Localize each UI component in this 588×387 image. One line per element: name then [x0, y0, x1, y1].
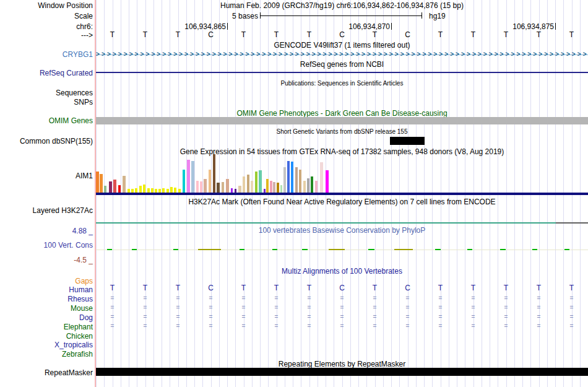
- base-letter: T: [555, 31, 588, 39]
- track-label-repeatmasker[interactable]: RepeatMasker: [45, 368, 93, 377]
- alignment-match-mark: =: [227, 304, 260, 311]
- gtex-expression-bar[interactable]: [295, 167, 298, 193]
- gtex-expression-bar[interactable]: [320, 162, 323, 193]
- gene-label-crybg1[interactable]: CRYBG1: [63, 50, 93, 59]
- gtex-expression-bar[interactable]: [209, 170, 211, 193]
- gtex-expression-bar[interactable]: [204, 179, 207, 193]
- phylop-positive-dash: [272, 249, 277, 250]
- alignment-match-mark: =: [96, 304, 129, 311]
- alignment-match-mark: =: [391, 295, 424, 302]
- gtex-expression-bar[interactable]: [287, 161, 290, 193]
- gtex-expression-bar[interactable]: [123, 176, 126, 193]
- gtex-expression-bar[interactable]: [303, 181, 306, 193]
- gtex-expression-bar[interactable]: [222, 182, 224, 193]
- track-label-chicken[interactable]: Chicken: [66, 332, 93, 341]
- gtex-expression-bar[interactable]: [280, 185, 282, 193]
- track-label-aim1[interactable]: AIM1: [76, 172, 93, 180]
- track-label-gaps[interactable]: Gaps: [75, 277, 93, 285]
- repeatmasker-item[interactable]: [96, 368, 588, 376]
- phylop-positive-dash: [240, 249, 244, 250]
- track-label-refseq-curated[interactable]: RefSeq Curated: [40, 69, 93, 77]
- omim-gene-item[interactable]: [96, 117, 588, 124]
- gtex-expression-bar[interactable]: [113, 180, 116, 193]
- gtex-expression-bar[interactable]: [187, 160, 190, 193]
- track-label-common-dbsnp[interactable]: Common dbSNP(155): [20, 137, 93, 146]
- phylop-positive-dash: [368, 249, 374, 250]
- gtex-expression-bar[interactable]: [151, 188, 153, 193]
- alignment-match-mark: =: [490, 295, 522, 302]
- position-label: 106,934,865: [159, 22, 226, 31]
- alignment-match-mark: =: [457, 304, 490, 311]
- gtex-expression-bar[interactable]: [135, 188, 137, 193]
- track-label-omim-genes[interactable]: OMIM Genes: [49, 116, 93, 125]
- gtex-expression-bar[interactable]: [147, 188, 150, 193]
- alignment-match-mark: =: [391, 313, 424, 321]
- dbsnp-variant-item[interactable]: [390, 137, 425, 145]
- base-letter: T: [522, 31, 555, 39]
- gtex-expression-bar[interactable]: [109, 181, 112, 193]
- gtex-expression-bar[interactable]: [283, 167, 286, 193]
- track-label-snps[interactable]: SNPs: [74, 98, 93, 107]
- gtex-expression-bar[interactable]: [139, 186, 142, 193]
- gtex-expression-bar[interactable]: [191, 161, 194, 193]
- gtex-expression-bar[interactable]: [251, 181, 253, 193]
- refseq-gene-item[interactable]: [96, 72, 588, 73]
- dbsnp-track-title: Short Genetic Variants from dbSNP releas…: [96, 128, 588, 135]
- gtex-expression-bar[interactable]: [243, 176, 245, 193]
- gtex-expression-bar[interactable]: [170, 187, 173, 193]
- gtex-expression-bar[interactable]: [100, 174, 103, 193]
- gtex-expression-bar[interactable]: [213, 154, 215, 193]
- track-label-100-vert-cons[interactable]: 100 Vert. Cons: [44, 241, 93, 250]
- track-label-zebrafish[interactable]: Zebrafish: [62, 350, 93, 359]
- multiz-base-letter: T: [227, 284, 260, 292]
- gtex-expression-bar[interactable]: [96, 172, 99, 193]
- track-label-mouse[interactable]: Mouse: [71, 304, 93, 313]
- gtex-expression-bar[interactable]: [311, 176, 313, 193]
- gtex-expression-bar[interactable]: [273, 182, 275, 193]
- gene-strand-chevrons[interactable]: >>>>>>>>>>>>>>>>>>>>>>>>>>>>>>>>>>>>>>>>…: [96, 51, 588, 58]
- multiz-base-letter: T: [260, 284, 293, 292]
- gtex-expression-bar[interactable]: [196, 181, 199, 193]
- gtex-expression-bar[interactable]: [259, 170, 262, 193]
- gtex-expression-bar[interactable]: [118, 185, 121, 193]
- multiz-base-letter: T: [555, 284, 588, 292]
- gtex-expression-bar[interactable]: [217, 183, 220, 193]
- track-label-x_tropicalis[interactable]: X_tropicalis: [54, 341, 93, 349]
- gtex-expression-bar[interactable]: [291, 162, 293, 193]
- gtex-expression-bar[interactable]: [266, 179, 269, 193]
- gtex-baseline: [96, 193, 588, 195]
- gtex-expression-bar[interactable]: [315, 181, 318, 193]
- gtex-expression-bar[interactable]: [247, 175, 249, 193]
- track-label-elephant[interactable]: Elephant: [64, 323, 93, 331]
- multiz-base-letter: T: [293, 284, 326, 292]
- track-label-layered-h3k27ac[interactable]: Layered H3K27Ac: [33, 206, 93, 215]
- gtex-expression-bar[interactable]: [200, 181, 202, 193]
- gtex-expression-bar[interactable]: [307, 178, 309, 193]
- alignment-match-mark: =: [227, 313, 260, 321]
- gtex-expression-bar[interactable]: [162, 188, 165, 193]
- gtex-expression-bar[interactable]: [238, 186, 241, 193]
- track-label-human[interactable]: Human: [69, 285, 93, 294]
- gtex-expression-bar[interactable]: [299, 170, 301, 193]
- gtex-expression-bar[interactable]: [326, 170, 329, 193]
- gtex-expression-bar[interactable]: [277, 183, 279, 193]
- gtex-expression-bar[interactable]: [226, 179, 229, 193]
- track-label-sequences[interactable]: Sequences: [56, 89, 93, 97]
- alignment-match-mark: =: [129, 295, 162, 302]
- gtex-expression-bar[interactable]: [174, 188, 176, 193]
- gtex-expression-bar[interactable]: [231, 188, 233, 193]
- gtex-expression-bar[interactable]: [143, 185, 145, 193]
- phylop-positive-dash: [500, 249, 506, 250]
- alignment-match-mark: =: [260, 323, 293, 330]
- base-letter: C: [391, 31, 424, 39]
- track-label-rhesus[interactable]: Rhesus: [67, 295, 93, 303]
- base-letter: C: [194, 31, 227, 39]
- multiz-track-title: Multiz Alignments of 100 Vertebrates: [96, 267, 588, 276]
- phylop-positive-dash: [564, 249, 569, 250]
- gtex-expression-bar[interactable]: [270, 181, 272, 193]
- track-label-dog[interactable]: Dog: [79, 313, 93, 322]
- base-letter: C: [326, 31, 358, 39]
- gtex-expression-bar[interactable]: [183, 170, 185, 193]
- gtex-expression-bar[interactable]: [255, 172, 257, 193]
- gtex-expression-bar[interactable]: [104, 186, 106, 193]
